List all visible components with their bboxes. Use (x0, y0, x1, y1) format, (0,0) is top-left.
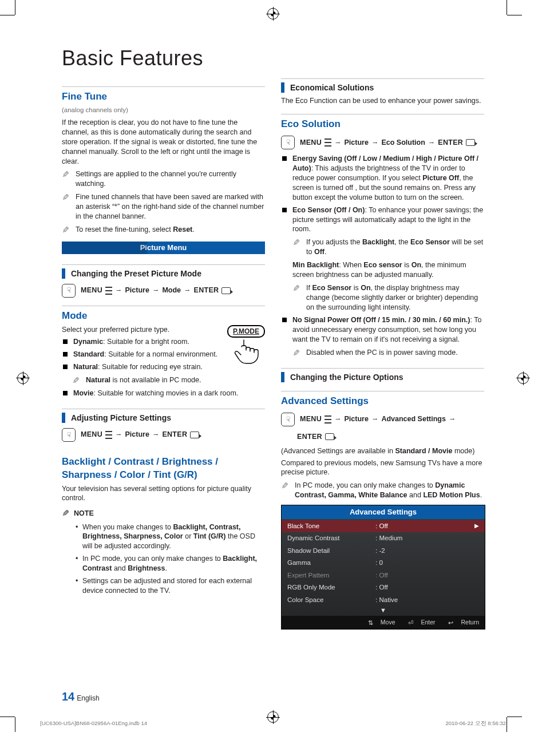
note-icon (292, 349, 302, 357)
mode-item-dynamic: Dynamic: Suitable for a bright room. (63, 337, 265, 347)
osd-row: Gamma: 0 (287, 557, 479, 569)
menu-list-icon (105, 431, 112, 439)
note-icon (292, 284, 302, 292)
picture-menu-banner: Picture Menu (62, 242, 265, 254)
subnote-analog-only: (analog channels only) (62, 106, 265, 115)
heading-six-params: Backlight / Contrast / Brightness / Shar… (62, 450, 265, 482)
six-params-body: Your television has several setting opti… (62, 484, 265, 504)
note-heading: NOTE (62, 508, 265, 519)
heading-mode: Mode (62, 306, 265, 323)
heading-economical: Economical Solutions (281, 78, 484, 93)
enter-icon (325, 433, 334, 440)
heading-fine-tune: Fine Tune (62, 86, 265, 104)
enter-icon (221, 287, 231, 294)
menu-path-advanced: ☟ MENU → Picture → Advanced Settings → E… (281, 413, 484, 442)
page-title: Basic Features (62, 45, 484, 73)
menu-list-icon (325, 415, 331, 423)
note-icon (62, 170, 71, 179)
osd-row: Shadow Detail: -2 (287, 545, 479, 557)
mode-item-movie: Movie: Suitable for watching movies in a… (63, 389, 265, 398)
osd-row: Color Space: Native (287, 594, 479, 607)
eco-no-signal: No Signal Power Off (Off / 15 min. / 30 … (282, 315, 484, 358)
menu-list-icon (325, 138, 331, 147)
menu-button-icon: ☟ (281, 136, 295, 149)
return-icon (448, 619, 453, 627)
enter-icon (466, 139, 475, 146)
menu-list-icon (105, 287, 112, 295)
eco-sensor: Eco Sensor (Off / On): To enhance your p… (282, 205, 484, 312)
eco-energy-saving: Energy Saving (Off / Low / Medium / High… (282, 154, 484, 202)
page-footer: 14English (62, 689, 100, 704)
advanced-availability: (Advanced Settings are available in Stan… (281, 446, 484, 456)
tip-reset: To reset the fine-tuning, select Reset. (62, 225, 265, 235)
enter-icon (190, 432, 199, 438)
note-icon (281, 481, 290, 490)
updown-icon (368, 619, 373, 627)
menu-path-mode: ☟ MENU → Picture → Mode → ENTER (62, 284, 265, 298)
advanced-precise: Compared to previous models, new Samsung… (281, 458, 484, 478)
economical-body: The Eco Function can be used to enhance … (281, 96, 484, 106)
menu-path-eco: ☟ MENU → Picture → Eco Solution → ENTER (281, 136, 484, 149)
heading-change-preset: Changing the Preset Picture Mode (62, 264, 265, 279)
menu-button-icon: ☟ (62, 428, 76, 442)
registration-mark-icon (517, 373, 529, 384)
heading-eco-solution: Eco Solution (281, 114, 484, 131)
pmode-button-label: P.MODE (227, 325, 265, 338)
registration-mark-icon (17, 373, 29, 384)
tip-pc-advanced: In PC mode, you can only make changes to… (281, 481, 484, 500)
note-pc-mode-limits: In PC mode, you can only make changes to… (76, 554, 265, 573)
osd-row: RGB Only Mode: Off (287, 581, 479, 594)
osd-row: Expert Pattern: Off (287, 569, 479, 582)
heading-adjust-picture: Adjusting Picture Settings (62, 409, 265, 423)
note-osd-adjust: When you make changes to Backlight, Cont… (76, 523, 265, 552)
osd-title: Advanced Settings (282, 505, 485, 519)
osd-hint-bar: Move Enter Return (282, 616, 485, 629)
print-metadata: [UC6300-USA]BN68-02956A-01Eng.indb 14 20… (40, 720, 506, 727)
tip-asterisk: Fine tuned channels that have been saved… (62, 192, 265, 221)
mode-item-standard: Standard: Suitable for a normal environm… (63, 350, 265, 359)
menu-button-icon: ☟ (62, 284, 76, 298)
osd-more-indicator: ▼ (282, 606, 485, 616)
osd-advanced-settings: Advanced Settings Black Tone: OffDynamic… (281, 505, 485, 630)
heading-advanced-settings: Advanced Settings (281, 391, 484, 408)
note-per-device: Settings can be adjusted and stored for … (76, 576, 265, 596)
osd-row: Dynamic Contrast: Medium (287, 532, 479, 545)
note-icon (292, 238, 302, 247)
note-icon (62, 193, 71, 201)
menu-path-picture: ☟ MENU → Picture → ENTER (62, 428, 265, 442)
registration-mark-icon (267, 8, 279, 19)
mode-item-natural: Natural: Suitable for reducing eye strai… (63, 362, 265, 385)
tip-current-channel: Settings are applied to the channel you'… (62, 169, 265, 189)
note-icon (62, 225, 71, 234)
heading-change-options: Changing the Picture Options (281, 368, 484, 383)
menu-button-icon: ☟ (281, 413, 295, 426)
note-icon (72, 376, 81, 385)
fine-tune-body: If the reception is clear, you do not ha… (62, 118, 265, 166)
osd-row: Black Tone: Off (282, 520, 485, 533)
enter-small-icon (408, 619, 413, 627)
